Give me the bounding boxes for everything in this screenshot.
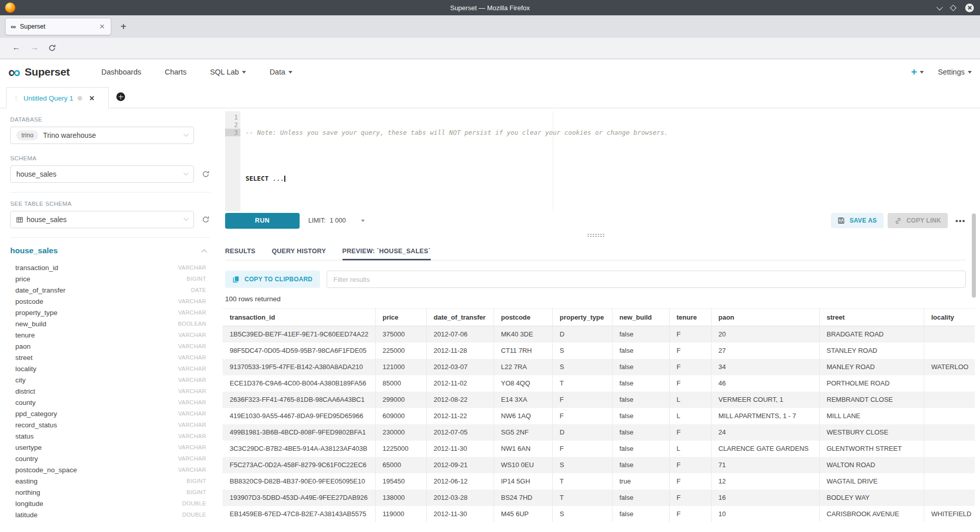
more-options-icon[interactable]: ••• — [955, 216, 966, 225]
settings-menu[interactable]: Settings — [938, 68, 972, 76]
copy-to-clipboard-button[interactable]: COPY TO CLIPBOARD — [225, 271, 320, 288]
column-type: DATE — [191, 287, 206, 293]
tab-close-icon[interactable] — [99, 23, 106, 30]
grid-column-header[interactable]: paon — [711, 309, 819, 326]
app-nav: Dashboards Charts SQL Lab Data — [102, 68, 292, 76]
refresh-schema-icon[interactable] — [202, 170, 210, 178]
run-button[interactable]: RUN — [225, 213, 300, 229]
new-item-button[interactable]: + — [911, 66, 924, 78]
cell-new-build: false — [612, 506, 669, 522]
database-name: Trino warehouse — [43, 131, 96, 139]
grid-column-header[interactable]: date_of_transfer — [426, 309, 494, 326]
window-minimize-icon[interactable] — [937, 4, 943, 10]
cell-locality — [924, 441, 975, 457]
sql-editor[interactable]: 1 2 3 -- Note: Unless you save your quer… — [225, 111, 966, 211]
browser-tab-superset[interactable]: ∞ Superset — [5, 18, 111, 35]
cell-paon: MILL APARTMENTS, 1 - 7 — [711, 408, 819, 424]
chevron-down-icon — [968, 71, 972, 74]
cell-property-type: S — [552, 506, 612, 522]
scrollbar-thumb[interactable] — [972, 213, 976, 298]
limit-value: 1 000 — [330, 217, 346, 224]
grid-column-header[interactable]: tenure — [669, 309, 711, 326]
forward-button[interactable]: → — [31, 43, 39, 52]
database-select[interactable]: trino Trino warehouse — [10, 127, 194, 144]
cell-locality — [924, 375, 975, 392]
column-type: VARCHAR — [178, 399, 206, 405]
back-button[interactable]: ← — [12, 43, 20, 52]
cell-date-of-transfer: 2012-11-02 — [426, 375, 494, 392]
pane-resize-handle[interactable] — [225, 232, 966, 239]
column-name: ppd_category — [15, 410, 57, 418]
cell-price: 230000 — [375, 424, 426, 441]
copy-link-button[interactable]: COPY LINK — [888, 213, 948, 228]
column-type: BIGINT — [187, 489, 206, 495]
schema-select[interactable]: house_sales — [10, 165, 194, 183]
grid-column-header[interactable]: property_type — [552, 309, 612, 326]
grid-row: F5C273AC-0D2A-458F-8279-9C61F0C22EC6 650… — [223, 457, 975, 473]
nav-sql-lab[interactable]: SQL Lab — [210, 68, 246, 76]
reload-button[interactable] — [48, 44, 56, 52]
grid-row: 91370533-19F5-47FE-B142-A380A8ADA210 121… — [223, 359, 975, 375]
column-type: VARCHAR — [178, 388, 206, 394]
cell-tenure: F — [669, 326, 711, 343]
grid-column-header[interactable]: street — [819, 309, 924, 326]
new-tab-button[interactable]: + — [120, 20, 127, 33]
grid-column-header[interactable]: postcode — [494, 309, 552, 326]
table-title[interactable]: house_sales — [10, 246, 206, 255]
chevron-down-icon — [361, 220, 365, 222]
window-close-icon[interactable] — [965, 4, 974, 12]
tab-preview-house-sales[interactable]: PREVIEW: `HOUSE_SALES` — [342, 242, 431, 260]
cell-tenure: F — [669, 375, 711, 392]
schema-column-row: county VARCHAR — [10, 397, 206, 408]
grid-column-header[interactable]: price — [375, 309, 426, 326]
tab-results[interactable]: RESULTS — [225, 242, 256, 260]
editor-code[interactable]: -- Note: Unless you save your query, the… — [240, 111, 966, 211]
drag-grip-icon[interactable]: ⋮ — [13, 94, 19, 102]
cell-date-of-transfer: 2012-03-07 — [426, 359, 494, 375]
column-name: latitude — [15, 511, 38, 519]
nav-dashboards[interactable]: Dashboards — [102, 68, 141, 76]
superset-logo-icon[interactable]: ∞ — [8, 64, 20, 80]
cell-locality — [924, 343, 975, 359]
add-query-tab-button[interactable] — [116, 92, 125, 101]
nav-charts[interactable]: Charts — [165, 68, 187, 76]
cell-tenure: F — [669, 473, 711, 490]
query-tab-close-icon[interactable] — [88, 94, 95, 102]
grid-column-header[interactable]: new_build — [612, 309, 669, 326]
cell-date-of-transfer: 2012-11-30 — [426, 441, 494, 457]
refresh-table-icon[interactable] — [202, 215, 210, 224]
cell-property-type: T — [552, 375, 612, 392]
cell-property-type: F — [552, 441, 612, 457]
column-name: northing — [15, 489, 40, 496]
filter-results-input[interactable] — [327, 271, 966, 288]
table-title-label: house_sales — [10, 246, 58, 255]
browser-tab-title: Superset — [20, 23, 99, 30]
cell-property-type: F — [552, 392, 612, 408]
cell-price: 121000 — [375, 359, 426, 375]
tab-query-history[interactable]: QUERY HISTORY — [272, 242, 326, 260]
cell-tenure: L — [669, 408, 711, 424]
copy-to-clipboard-label: COPY TO CLIPBOARD — [244, 276, 312, 283]
query-tab[interactable]: ⋮ Untitled Query 1 — [6, 87, 109, 109]
limit-dropdown[interactable]: LIMIT: 1 000 — [308, 217, 365, 224]
editor-pane: 1 2 3 -- Note: Unless you save your quer… — [222, 108, 980, 532]
drag-dots-icon — [587, 233, 604, 237]
brand-name[interactable]: Superset — [24, 66, 69, 78]
schema-column-row: locality VARCHAR — [10, 363, 206, 374]
schema-column-row: postcode_no_space VARCHAR — [10, 464, 206, 475]
grid-column-header[interactable]: transaction_id — [223, 309, 375, 326]
header-right: + Settings — [911, 66, 972, 78]
chevron-up-icon[interactable] — [201, 249, 207, 255]
save-as-button[interactable]: SAVE AS — [831, 213, 883, 228]
column-type: VARCHAR — [178, 264, 206, 271]
table-select[interactable]: house_sales — [10, 211, 194, 228]
nav-data[interactable]: Data — [270, 68, 292, 76]
grid-column-header[interactable]: locality — [924, 309, 975, 326]
column-name: locality — [15, 365, 36, 373]
grid-row: 2636F323-FF41-4765-81DB-98CAA6A43BC1 299… — [223, 392, 975, 408]
database-label: DATABASE — [10, 116, 210, 123]
cell-transaction-id: 91370533-19F5-47FE-B142-A380A8ADA210 — [223, 359, 375, 375]
window-maximize-icon[interactable] — [950, 5, 957, 11]
column-type: DOUBLE — [182, 500, 206, 506]
line-number: 2 — [225, 121, 238, 129]
